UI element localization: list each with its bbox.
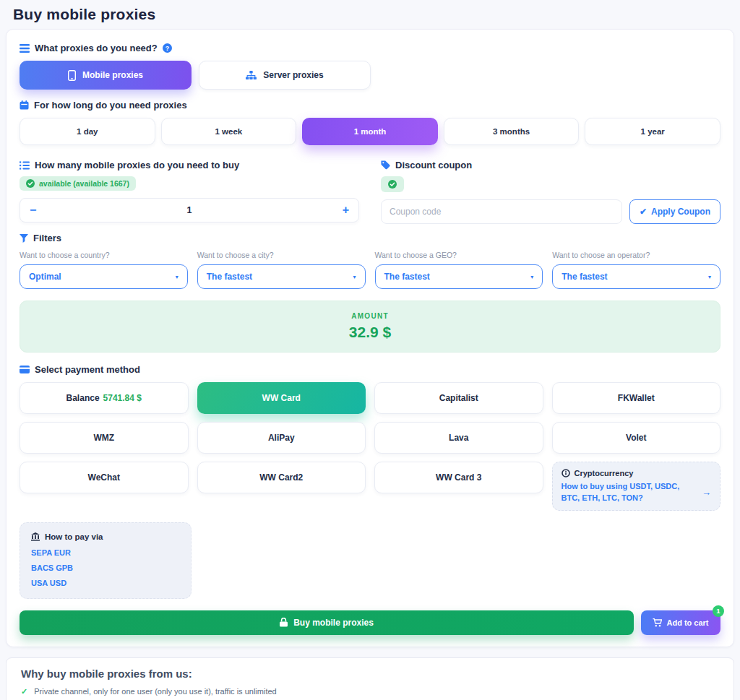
payment-ww-card2-button[interactable]: WW Card2 [197, 462, 366, 493]
payment-ww-card3-button[interactable]: WW Card 3 [374, 462, 543, 493]
operator-select-value: The fastest [562, 272, 607, 282]
quantity-value[interactable]: 1 [36, 205, 342, 215]
operator-filter-label: Want to choose an operator? [552, 251, 720, 259]
cryptocurrency-title: Cryptocurrency [575, 469, 634, 478]
payment-alipay-button[interactable]: AliPay [197, 422, 366, 454]
page-title: Buy mobile proxies [0, 0, 740, 29]
country-select[interactable]: Optimal ▾ [20, 264, 188, 289]
benefits-card: Why buy mobile proxies from us: ✓ Privat… [6, 657, 734, 700]
payment-methods: Balance 5741.84 $ WW Card Capitalist FKW… [20, 382, 720, 511]
payment-heading-text: Select payment method [35, 364, 140, 375]
bacs-gpb-link[interactable]: BACS GPB [31, 563, 180, 572]
geo-select[interactable]: The fastest ▾ [375, 264, 543, 289]
svg-text:?: ? [165, 45, 170, 52]
apply-coupon-button[interactable]: ✔ Apply Coupon [629, 199, 720, 224]
filters-heading: Filters [20, 233, 720, 243]
payment-ww-card-button[interactable]: WW Card [197, 382, 366, 414]
country-select-value: Optimal [29, 272, 61, 282]
country-filter-label: Want to choose a country? [20, 251, 188, 259]
cart-count-badge: 1 [713, 605, 724, 617]
list-icon [20, 44, 30, 53]
operator-filter: Want to choose an operator? The fastest … [552, 251, 720, 289]
sepa-eur-link[interactable]: SEPA EUR [31, 548, 180, 557]
filters-grid: Want to choose a country? Optimal ▾ Want… [20, 251, 720, 289]
cart-icon [653, 618, 662, 627]
payment-wechat-button[interactable]: WeChat [20, 462, 189, 493]
payment-balance-button[interactable]: Balance 5741.84 $ [20, 382, 189, 414]
payment-wmz-button[interactable]: WMZ [20, 422, 189, 454]
duration-1-week-button[interactable]: 1 week [161, 118, 297, 145]
proxy-type-server-label: Server proxies [263, 70, 323, 80]
buy-mobile-proxies-button[interactable]: Buy mobile proxies [20, 610, 634, 635]
operator-select[interactable]: The fastest ▾ [552, 264, 720, 289]
duration-heading: For how long do you need proxies [20, 100, 720, 111]
city-filter-label: Want to choose a city? [197, 251, 366, 259]
duration-heading-text: For how long do you need proxies [34, 100, 187, 111]
network-icon [246, 71, 257, 80]
quantity-section: How many mobile proxies do you need to b… [20, 157, 359, 224]
geo-filter-label: Want to choose a GEO? [375, 251, 543, 259]
add-to-cart-button[interactable]: Add to cart 1 [641, 610, 720, 635]
payment-capitalist-button[interactable]: Capitalist [374, 382, 543, 414]
city-select[interactable]: The fastest ▾ [197, 264, 366, 289]
chevron-down-icon: ▾ [353, 274, 356, 280]
coupon-section: Discount coupon ✔ Apply Coupon [381, 157, 720, 224]
cryptocurrency-panel[interactable]: Cryptocurrency How to buy using USDT, US… [552, 462, 721, 511]
help-icon[interactable]: ? [163, 43, 172, 53]
check-circle-icon [26, 179, 35, 188]
duration-1-year-button[interactable]: 1 year [585, 118, 720, 145]
duration-1-month-button[interactable]: 1 month [302, 118, 438, 145]
lock-icon [280, 618, 288, 627]
duration-options: 1 day 1 week 1 month 3 months 1 year [20, 118, 720, 145]
chevron-down-icon: ▾ [530, 274, 533, 280]
bank-icon [31, 532, 40, 541]
geo-filter: Want to choose a GEO? The fastest ▾ [375, 251, 543, 289]
tag-icon [381, 160, 390, 170]
availability-text: available (available 1667) [39, 179, 129, 188]
chevron-down-icon: ▾ [176, 274, 178, 280]
amount-value: 32.9 $ [349, 324, 391, 341]
payment-lava-button[interactable]: Lava [374, 422, 543, 454]
proxy-type-options: Mobile proxies Server proxies [20, 61, 720, 90]
purchase-card: What proxies do you need? ? Mobile proxi… [6, 29, 734, 647]
apply-coupon-label: Apply Coupon [651, 207, 710, 217]
coupon-code-input[interactable] [381, 199, 622, 224]
balance-label: Balance [66, 393, 100, 403]
calendar-icon [20, 100, 29, 110]
how-to-pay-panel: How to pay via SEPA EUR BACS GPB USA USD [20, 522, 192, 599]
proxy-type-server-button[interactable]: Server proxies [199, 61, 371, 90]
proxy-type-mobile-label: Mobile proxies [82, 70, 143, 80]
credit-card-icon [20, 366, 30, 373]
check-icon: ✔ [640, 207, 647, 217]
country-filter: Want to choose a country? Optimal ▾ [20, 251, 188, 289]
funnel-icon [20, 234, 28, 243]
duration-3-months-button[interactable]: 3 months [444, 118, 580, 145]
crypto-how-to-buy-link[interactable]: How to buy using USDT, USDC, BTC, ETH, L… [562, 481, 697, 504]
payment-fkwallet-button[interactable]: FKWallet [552, 382, 721, 414]
buy-button-label: Buy mobile proxies [293, 618, 374, 628]
usa-usd-link[interactable]: USA USD [31, 579, 180, 587]
payment-volet-button[interactable]: Volet [552, 422, 721, 454]
add-to-cart-label: Add to cart [666, 618, 708, 627]
city-select-value: The fastest [207, 272, 252, 282]
availability-badge: available (available 1667) [20, 176, 136, 191]
benefit-item: ✓ Private channel, only for one user (on… [21, 686, 719, 698]
list-ordered-icon [20, 161, 30, 170]
proxy-type-mobile-button[interactable]: Mobile proxies [20, 61, 192, 90]
benefit-text: Private channel, only for one user (only… [34, 686, 276, 698]
how-to-pay-title: How to pay via [45, 532, 103, 541]
proxy-type-heading-text: What proxies do you need? [35, 43, 158, 53]
check-icon: ✓ [21, 686, 27, 698]
amount-panel: AMOUNT 32.9 $ [20, 301, 720, 353]
check-circle-icon [388, 180, 397, 189]
actions-row: Buy mobile proxies Add to cart 1 [20, 610, 720, 635]
coupon-heading-text: Discount coupon [395, 160, 472, 170]
decrease-quantity-button[interactable]: − [30, 204, 36, 216]
balance-value: 5741.84 $ [103, 393, 142, 403]
duration-1-day-button[interactable]: 1 day [20, 118, 155, 145]
quantity-heading: How many mobile proxies do you need to b… [20, 160, 359, 170]
benefits-title: Why buy mobile proxies from us: [21, 667, 719, 680]
chevron-down-icon: ▾ [708, 274, 711, 280]
city-filter: Want to choose a city? The fastest ▾ [197, 251, 366, 289]
increase-quantity-button[interactable]: + [343, 204, 349, 216]
